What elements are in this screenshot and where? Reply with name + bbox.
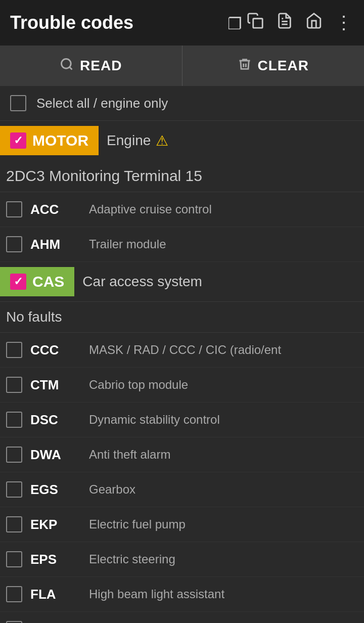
item-code: DSC xyxy=(30,412,81,428)
ccc-checkbox[interactable] xyxy=(6,342,22,358)
read-button[interactable]: READ xyxy=(0,46,183,86)
read-label: READ xyxy=(80,58,122,74)
item-desc: Cabrio top module xyxy=(89,378,358,392)
ahm-checkbox[interactable] xyxy=(6,236,22,252)
select-all-label: Select all / engine only xyxy=(36,96,168,111)
eps-checkbox[interactable] xyxy=(6,551,22,567)
motor-name: MOTOR xyxy=(32,132,88,149)
list-item[interactable]: CTM Cabrio top module xyxy=(0,368,364,403)
item-code: EKP xyxy=(30,517,81,532)
clear-label: CLEAR xyxy=(258,58,309,74)
acc-checkbox[interactable] xyxy=(6,201,22,217)
item-code: DWA xyxy=(30,447,81,463)
item-code: EPS xyxy=(30,552,81,567)
list-item[interactable]: DSC Dynamic stability control xyxy=(0,403,364,437)
cas-module-header: CAS Car access system xyxy=(0,262,364,301)
list-item[interactable]: ACC Adaptive cruise control xyxy=(0,192,364,227)
item-code: ACC xyxy=(30,202,81,217)
item-desc: Adaptive cruise control xyxy=(89,202,358,216)
item-desc: Electric steering xyxy=(89,552,358,566)
cas-checkbox[interactable] xyxy=(10,274,26,290)
select-all-row[interactable]: Select all / engine only xyxy=(0,86,364,121)
dwa-checkbox[interactable] xyxy=(6,447,22,463)
list-item[interactable]: EKP Electric fuel pump xyxy=(0,507,364,542)
svg-rect-0 xyxy=(253,19,262,28)
app-header: Trouble codes ❐ ⋮ xyxy=(0,0,364,46)
item-code: CCC xyxy=(30,342,81,358)
item-desc: Electric fuel pump xyxy=(89,517,358,531)
item-desc: High beam light assistant xyxy=(89,587,358,601)
cas-module: CAS Car access system No faults CCC MASK… xyxy=(0,262,364,623)
item-code: FLA xyxy=(30,587,81,602)
list-item[interactable]: CCC MASK / RAD / CCC / CIC (radio/ent xyxy=(0,333,364,368)
list-item[interactable]: DWA Anti theft alarm xyxy=(0,437,364,472)
select-all-checkbox[interactable] xyxy=(10,95,26,111)
copy-icon[interactable]: ❐ xyxy=(228,12,264,33)
search-icon xyxy=(60,57,74,75)
item-desc: MASK / RAD / CCC / CIC (radio/ent xyxy=(89,343,358,357)
motor-tag[interactable]: MOTOR xyxy=(0,126,99,155)
list-item[interactable]: AHM Trailer module xyxy=(0,227,364,262)
home-icon[interactable] xyxy=(305,12,323,33)
header-icons: ❐ ⋮ xyxy=(228,12,354,33)
item-code: FRM xyxy=(30,621,81,624)
item-code: EGS xyxy=(30,482,81,498)
no-faults-banner: No faults xyxy=(0,301,364,333)
dsc-checkbox[interactable] xyxy=(6,412,22,428)
more-icon[interactable]: ⋮ xyxy=(335,12,354,33)
cas-name: CAS xyxy=(32,273,64,290)
app-title: Trouble codes xyxy=(10,12,217,33)
cas-desc: Car access system xyxy=(82,274,202,290)
ekp-checkbox[interactable] xyxy=(6,516,22,532)
list-item[interactable]: FLA High beam light assistant xyxy=(0,577,364,612)
clear-button[interactable]: CLEAR xyxy=(183,46,365,86)
frm-checkbox[interactable] xyxy=(6,621,22,623)
motor-module: MOTOR Engine ⚠ 2DC3 Monitoring Terminal … xyxy=(0,121,364,262)
item-code: AHM xyxy=(30,237,81,252)
motor-checkbox[interactable] xyxy=(10,132,26,149)
item-desc: Anti theft alarm xyxy=(89,448,358,462)
fla-checkbox[interactable] xyxy=(6,586,22,602)
monitor-header: 2DC3 Monitoring Terminal 15 xyxy=(0,160,364,192)
list-item[interactable]: FRM Footwell module (lights) xyxy=(0,612,364,623)
svg-point-4 xyxy=(62,59,71,68)
cas-tag[interactable]: CAS xyxy=(0,267,74,296)
item-desc: Gearbox xyxy=(89,482,358,497)
motor-module-header: MOTOR Engine ⚠ xyxy=(0,121,364,160)
item-code: CTM xyxy=(30,377,81,393)
action-bar: READ CLEAR xyxy=(0,46,364,86)
svg-line-5 xyxy=(70,67,72,69)
egs-checkbox[interactable] xyxy=(6,481,22,498)
warning-icon: ⚠ xyxy=(156,132,168,149)
trash-icon xyxy=(238,57,252,75)
list-item[interactable]: EGS Gearbox xyxy=(0,472,364,507)
item-desc: Dynamic stability control xyxy=(89,413,358,427)
ctm-checkbox[interactable] xyxy=(6,377,22,393)
list-item[interactable]: EPS Electric steering xyxy=(0,542,364,577)
motor-desc: Engine ⚠ xyxy=(107,132,168,149)
document-icon[interactable] xyxy=(276,12,293,33)
item-desc: Trailer module xyxy=(89,237,358,251)
